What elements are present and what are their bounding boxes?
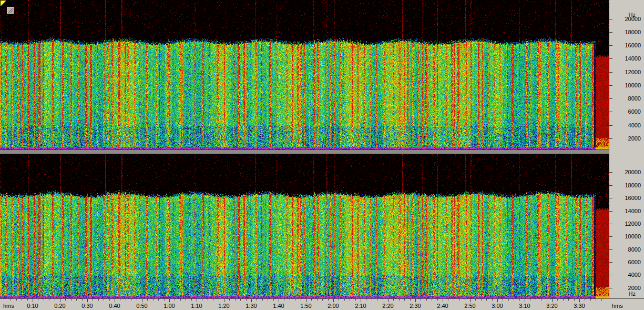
time-tick <box>410 299 411 301</box>
freq-tick-label: 2000 <box>614 285 641 291</box>
time-tick <box>87 299 88 302</box>
time-tick-label: 3:00 <box>492 303 503 309</box>
time-tick <box>541 299 541 301</box>
freq-tick-label: 14000 <box>614 208 641 214</box>
time-tick <box>257 299 257 301</box>
freq-tick <box>609 198 612 198</box>
time-tick-label: 0:30 <box>81 303 93 309</box>
time-tick <box>295 299 295 301</box>
time-tick <box>361 299 361 302</box>
time-tick-label: 0:20 <box>54 303 65 309</box>
time-tick <box>574 299 575 301</box>
time-tick-label: 2:30 <box>410 303 421 309</box>
time-tick-label: 1:50 <box>300 303 311 309</box>
time-tick <box>393 299 394 301</box>
time-tick <box>213 299 213 301</box>
freq-tick-label: 2000 <box>614 136 641 142</box>
time-tick-label: 0:50 <box>136 303 147 309</box>
time-tick <box>519 299 520 301</box>
freq-tick-label: 18000 <box>614 183 641 188</box>
time-tick-label: 1:40 <box>273 303 284 309</box>
time-tick <box>16 299 17 301</box>
time-tick <box>590 299 591 301</box>
time-tick-label: 2:50 <box>464 303 475 309</box>
time-tick <box>344 299 345 301</box>
playback-cursor-marker[interactable] <box>1 1 6 6</box>
time-tick <box>404 299 405 301</box>
time-tick <box>579 299 580 302</box>
freq-tick-label: 6000 <box>614 259 641 265</box>
time-tick-label: 2:40 <box>437 303 448 309</box>
time-tick <box>65 299 66 301</box>
freq-tick-label: 16000 <box>614 43 641 48</box>
freq-tick-label: 20000 <box>614 16 641 22</box>
time-tick <box>240 299 241 301</box>
time-tick <box>350 299 350 301</box>
time-tick <box>191 299 192 301</box>
freq-tick <box>609 19 612 19</box>
diagonal-grip-icon <box>7 7 14 14</box>
time-tick <box>279 299 279 302</box>
time-tick-label: 2:10 <box>355 303 366 309</box>
freq-tick <box>609 98 612 99</box>
freq-tick <box>609 85 612 86</box>
time-tick <box>202 299 202 301</box>
time-tick-label: 3:30 <box>574 303 585 309</box>
channel-splitter[interactable] <box>0 149 644 154</box>
freq-tick-label: 8000 <box>614 247 641 253</box>
time-tick <box>459 299 459 301</box>
display-range-handle-left[interactable] <box>7 7 14 14</box>
time-tick <box>355 299 356 301</box>
time-tick <box>115 299 115 302</box>
spectrogram-right-channel[interactable] <box>0 154 609 298</box>
freq-tick <box>609 58 612 59</box>
time-tick <box>601 299 602 301</box>
time-tick <box>415 299 416 302</box>
freq-tick-label: 16000 <box>614 195 641 201</box>
freq-tick <box>609 172 612 173</box>
time-tick <box>557 299 558 301</box>
time-tick <box>137 299 137 301</box>
freq-tick-label: 12000 <box>614 221 641 227</box>
time-tick <box>142 299 142 302</box>
freq-tick <box>609 236 612 237</box>
time-tick <box>219 299 219 301</box>
time-tick <box>552 299 553 302</box>
time-tick <box>93 299 93 301</box>
time-tick <box>322 299 323 301</box>
time-tick <box>109 299 110 301</box>
time-ruler[interactable]: hms hms 0:100:200:300:400:501:001:101:20… <box>0 298 644 310</box>
time-tick <box>158 299 159 301</box>
time-tick-label: 0:40 <box>109 303 120 309</box>
time-tick <box>437 299 438 301</box>
time-tick <box>585 299 585 301</box>
freq-tick-label: 10000 <box>614 83 641 88</box>
time-tick <box>301 299 301 301</box>
time-tick <box>27 299 28 301</box>
time-tick-label: 1:20 <box>218 303 229 309</box>
time-tick <box>71 299 71 301</box>
time-tick <box>49 299 49 301</box>
frequency-ruler[interactable]: Hz Hz 2000018000160001400012000100008000… <box>609 0 644 298</box>
time-tick <box>372 299 372 301</box>
time-tick <box>175 299 175 301</box>
time-tick-label: 1:00 <box>163 303 175 309</box>
time-tick <box>443 299 443 302</box>
time-tick <box>284 299 284 301</box>
time-tick <box>421 299 421 301</box>
freq-tick-label: 6000 <box>614 109 641 115</box>
freq-tick <box>609 249 612 250</box>
time-tick <box>475 299 476 301</box>
time-tick <box>470 299 471 302</box>
time-tick <box>98 299 99 301</box>
time-tick <box>339 299 339 301</box>
time-tick <box>317 299 318 301</box>
time-tick <box>262 299 263 301</box>
time-tick-label: 1:30 <box>246 303 257 309</box>
time-tick <box>454 299 454 301</box>
freq-tick-label: 8000 <box>614 96 641 102</box>
time-tick <box>44 299 44 301</box>
time-tick-label: 2:00 <box>328 303 339 309</box>
time-tick <box>333 299 334 302</box>
spectrogram-left-channel[interactable] <box>0 0 609 149</box>
